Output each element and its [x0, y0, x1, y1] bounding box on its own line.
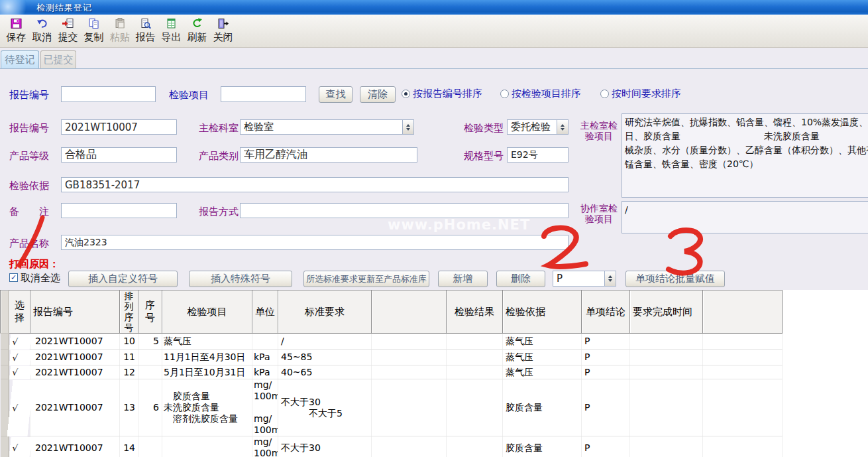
cell-basis[interactable]: 蒸气压	[503, 334, 582, 350]
find-button[interactable]: 查找	[319, 86, 353, 103]
submit-button[interactable]: 提交	[55, 17, 81, 47]
cancel-button[interactable]: 取消	[29, 17, 55, 47]
spec-field[interactable]	[507, 147, 569, 163]
cell-trailing[interactable]	[703, 379, 783, 436]
delete-button[interactable]: 删除	[496, 271, 545, 287]
cell-basis[interactable]: 胶质含量	[503, 379, 582, 436]
report-mode-field[interactable]	[240, 203, 569, 218]
col-item[interactable]: 检验项目	[162, 291, 252, 334]
coop-items-textarea[interactable]: /	[622, 201, 868, 233]
cell-basis[interactable]: 蒸气压	[503, 365, 582, 379]
cell-conclusion[interactable]: P	[582, 365, 630, 379]
report-no-field[interactable]	[61, 119, 177, 135]
cell-due[interactable]	[630, 365, 703, 379]
main-items-textarea[interactable]: 研究法辛烷值、抗爆指数、铅含量、馏程、10%蒸发温度、50%蒸 日、胶质含量 未…	[622, 113, 868, 198]
row-checkmark[interactable]: √	[6, 379, 33, 436]
col-seq[interactable]: 序号	[138, 291, 162, 334]
uncheck-all-checkbox[interactable]: ✓	[9, 273, 18, 282]
refresh-button[interactable]: 刷新	[184, 17, 210, 47]
report-button[interactable]: 报告	[133, 17, 158, 47]
cell-seq[interactable]	[138, 436, 162, 457]
cell-blank[interactable]	[372, 379, 447, 436]
cell-conclusion[interactable]: P	[582, 334, 630, 350]
cell-item[interactable]	[162, 436, 252, 457]
col-basis[interactable]: 检验依据	[503, 291, 582, 334]
sort-by-item-radio[interactable]: 按检验项目排序	[500, 88, 581, 100]
col-result[interactable]: 检验结果	[447, 291, 503, 334]
cell-blank[interactable]	[372, 350, 447, 365]
cell-sort-no[interactable]: 13	[120, 379, 138, 436]
col-sort-no[interactable]: 排列 序号	[120, 291, 138, 334]
cell-item[interactable]: 胶质含量 未洗胶质含量 溶剂洗胶质含量	[162, 379, 252, 436]
cell-report-no[interactable]: 2021WT10007	[30, 379, 120, 436]
cell-unit[interactable]	[252, 334, 278, 350]
cell-result[interactable]	[447, 365, 503, 379]
cell-blank[interactable]	[372, 436, 447, 457]
basis-field[interactable]	[61, 177, 569, 192]
cell-result[interactable]	[447, 436, 503, 457]
update-standard-button[interactable]: 所选标准要求更新至产品标准库	[303, 271, 429, 287]
cell-unit[interactable]: mg/ 100mL	[252, 436, 278, 457]
clear-button[interactable]: 清除	[360, 86, 396, 103]
conclusion-combobox[interactable]: P	[553, 271, 616, 287]
cell-sort-no[interactable]: 14	[120, 436, 138, 457]
cell-standard[interactable]: 不大于30 不大于5	[278, 379, 372, 436]
cell-seq[interactable]	[138, 365, 162, 379]
cell-due[interactable]	[630, 334, 703, 350]
spinner-icon[interactable]	[402, 120, 413, 134]
batch-assign-button[interactable]: 单项结论批量赋值	[625, 271, 725, 287]
spinner-icon[interactable]	[557, 120, 568, 134]
cell-report-no[interactable]: 2021WT10007	[30, 436, 120, 457]
cell-blank[interactable]	[372, 365, 447, 379]
cell-sort-no[interactable]: 10	[120, 334, 138, 350]
copy-button[interactable]: 复制	[81, 17, 107, 47]
type-combobox[interactable]: 委托检验	[507, 119, 569, 135]
cell-sort-no[interactable]: 12	[120, 365, 138, 379]
cell-due[interactable]	[630, 350, 703, 365]
sort-by-report-radio[interactable]: 按报告编号排序	[402, 88, 482, 100]
search-item-input[interactable]	[221, 86, 306, 102]
col-conclusion[interactable]: 单项结论	[582, 291, 630, 334]
cell-standard[interactable]: 40~65	[278, 365, 372, 379]
cell-basis[interactable]: 蒸气压	[503, 350, 582, 365]
col-due[interactable]: 要求完成时间	[630, 291, 703, 334]
cell-item[interactable]: 蒸气压	[162, 334, 252, 350]
cell-sort-no[interactable]: 11	[120, 350, 138, 365]
row-indicator[interactable]	[1, 436, 9, 457]
cell-due[interactable]	[630, 436, 703, 457]
cell-standard[interactable]: 45~85	[278, 350, 372, 365]
grade-field[interactable]	[61, 147, 177, 163]
cell-seq[interactable]: 6	[138, 379, 162, 436]
add-button[interactable]: 新增	[438, 271, 488, 287]
cell-trailing[interactable]	[703, 350, 783, 365]
cell-seq[interactable]	[138, 350, 162, 365]
tab-pending[interactable]: 待登记	[1, 50, 39, 68]
cell-conclusion[interactable]: P	[582, 436, 630, 457]
tab-submitted[interactable]: 已提交	[40, 50, 76, 68]
cell-due[interactable]	[630, 379, 703, 436]
spinner-icon[interactable]	[604, 271, 616, 286]
cell-seq[interactable]: 5	[138, 334, 162, 350]
cell-unit[interactable]: kPa	[252, 350, 278, 365]
cell-result[interactable]	[447, 379, 503, 436]
cell-report-no[interactable]: 2021WT10007	[30, 365, 120, 379]
cell-conclusion[interactable]: P	[582, 350, 630, 365]
row-indicator[interactable]	[1, 365, 9, 379]
row-indicator[interactable]	[1, 350, 9, 365]
cell-trailing[interactable]	[703, 365, 783, 379]
cell-trailing[interactable]	[703, 334, 783, 350]
category-field[interactable]	[240, 147, 417, 163]
cell-result[interactable]	[447, 334, 503, 350]
insert-special-symbol-button[interactable]: 插入特殊符号	[189, 271, 292, 287]
dept-combobox[interactable]: 检验室	[240, 119, 414, 135]
save-button[interactable]: 保存	[3, 17, 29, 47]
cell-report-no[interactable]: 2021WT10007	[30, 350, 120, 365]
row-checkmark[interactable]: √	[8, 436, 32, 457]
cell-item[interactable]: 11月1日至4月30日	[162, 350, 252, 365]
search-report-no-input[interactable]	[61, 86, 156, 102]
col-report-no[interactable]: 报告编号	[30, 291, 120, 334]
col-select[interactable]: 选择	[9, 291, 30, 334]
close-button[interactable]: 关闭	[210, 17, 236, 47]
cell-standard[interactable]: 不大于30	[278, 436, 372, 457]
cell-standard[interactable]: /	[278, 334, 372, 350]
